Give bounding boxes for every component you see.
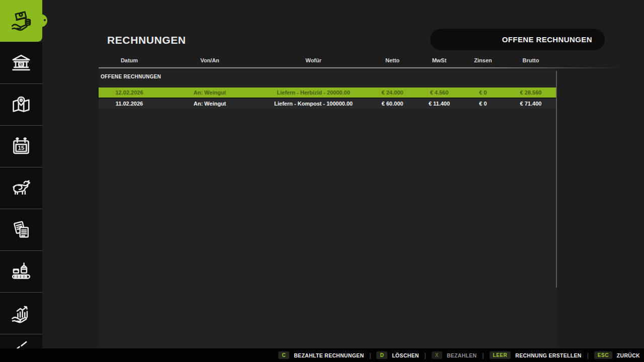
hotkey-bar: CBEZAHLTE RECHNUNGEN|DLÖSCHEN|XBEZAHLEN|…: [0, 348, 644, 362]
page-title: RECHNUNGEN: [107, 34, 186, 46]
column-header-wofuer: Wofür: [260, 57, 367, 63]
invoices-screen: $ 15: [0, 0, 644, 362]
selected-tab-dot: [44, 19, 46, 21]
hotkey-separator: |: [369, 352, 371, 359]
cell-von_an: An: Weingut: [160, 89, 260, 96]
cell-netto: € 24.000: [367, 89, 418, 96]
cell-datum: 11.02.2026: [99, 101, 160, 107]
invoice-rows: 12.02.2026An: WeingutLiefern - Herbizid …: [99, 87, 556, 110]
bank-icon: $: [10, 51, 33, 74]
sidebar-item-calendar[interactable]: 15: [0, 125, 42, 167]
hotkey-label: RECHNUNG ERSTELLEN: [515, 352, 581, 358]
map-icon: [10, 93, 33, 116]
column-header-von_an: Von/An: [160, 57, 260, 63]
key-badge: D: [376, 351, 387, 359]
invoice-list-panel: [99, 70, 557, 348]
money-hand-icon: [10, 10, 33, 33]
column-header-zinsen: Zinsen: [461, 57, 505, 63]
sidebar-item-statistics[interactable]: [0, 292, 42, 334]
table-header-divider: [99, 67, 622, 68]
cell-wofuer: Liefern - Kompost - 100000.00: [260, 101, 367, 107]
hotkey-separator: |: [482, 352, 484, 359]
key-badge: LEER: [490, 351, 511, 359]
hotkey-c[interactable]: CBEZAHLTE RECHNUNGEN: [278, 351, 364, 359]
partial-icon: [10, 340, 33, 348]
hotkey-label: BEZAHLEN: [447, 352, 477, 358]
cell-von_an: An: Weingut: [160, 101, 260, 107]
table-header-row: DatumVon/AnWofürNettoMwStZinsenBrutto: [99, 57, 556, 63]
cell-brutto: € 28.560: [505, 89, 556, 96]
sidebar-item-bank[interactable]: $: [0, 42, 42, 83]
cell-mwst: € 4.560: [418, 89, 461, 96]
cell-datum: 12.02.2026: [99, 89, 160, 96]
cell-netto: € 60.000: [367, 101, 418, 107]
sidebar-item-production[interactable]: [0, 250, 42, 292]
column-header-datum: Datum: [99, 57, 160, 63]
calendar-day: 15: [18, 145, 25, 151]
cell-zinsen: € 0: [461, 101, 505, 107]
contracts-icon: [10, 218, 33, 241]
hotkey-separator: |: [425, 352, 426, 359]
cow-icon: [10, 176, 33, 200]
cell-zinsen: € 0: [461, 89, 505, 96]
key-badge: C: [278, 351, 289, 359]
statistics-icon: [10, 302, 33, 325]
calendar-icon: 15: [10, 135, 33, 158]
section-label: OFFENE RECHNUNGEN: [101, 74, 161, 79]
invoice-row[interactable]: 12.02.2026An: WeingutLiefern - Herbizid …: [99, 87, 556, 98]
hotkey-x: XBEZAHLEN: [432, 351, 477, 359]
sidebar-item-contracts[interactable]: [0, 209, 42, 250]
hotkey-leer[interactable]: LEERRECHNUNG ERSTELLEN: [490, 351, 582, 359]
column-header-netto: Netto: [367, 57, 418, 63]
hotkey-label: LÖSCHEN: [392, 352, 419, 358]
production-icon: [10, 260, 33, 283]
hotkey-d[interactable]: DLÖSCHEN: [376, 351, 419, 359]
hotkey-label: ZURÜCK: [617, 352, 640, 358]
column-header-mwst: MwSt: [418, 57, 461, 63]
cell-mwst: € 11.400: [418, 101, 461, 107]
sidebar-item-animals[interactable]: [0, 167, 42, 209]
key-badge: X: [432, 351, 442, 359]
cell-wofuer: Liefern - Herbizid - 20000.00: [260, 89, 367, 96]
sidebar-item-finances[interactable]: [0, 0, 42, 42]
hotkey-separator: |: [587, 352, 589, 359]
key-badge: ESC: [594, 351, 612, 359]
filter-button-label: OFFENE RECHNUNGEN: [502, 35, 592, 44]
column-header-brutto: Brutto: [505, 57, 556, 63]
cell-brutto: € 71.400: [505, 101, 556, 107]
invoice-row[interactable]: 11.02.2026An: WeingutLiefern - Kompost -…: [99, 99, 556, 109]
open-invoices-filter-button[interactable]: OFFENE RECHNUNGEN: [430, 29, 605, 50]
sidebar-item-map[interactable]: [0, 83, 42, 125]
list-scrollbar[interactable]: [556, 71, 557, 288]
hotkey-label: BEZAHLTE RECHNUNGEN: [294, 352, 364, 358]
hotkey-esc[interactable]: ESCZURÜCK: [594, 351, 640, 359]
dollar-glyph: $: [20, 62, 23, 67]
sidebar-item-partial[interactable]: [0, 334, 42, 348]
